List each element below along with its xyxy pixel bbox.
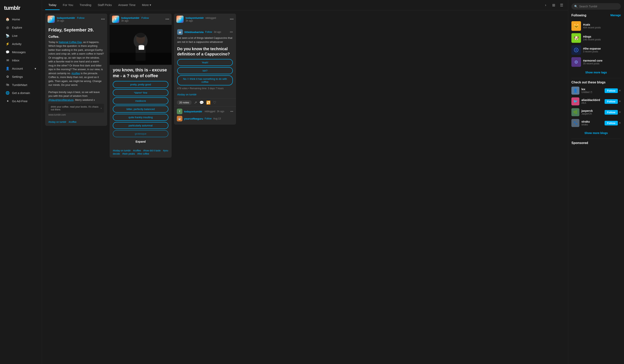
today-tag-3[interactable]: #today on tumblr xyxy=(177,93,231,96)
svg-text:🐦: 🐦 xyxy=(573,99,578,104)
sidebar-item-account[interactable]: 👤 Account ▾ xyxy=(1,65,40,72)
sidebar-item-messages[interactable]: 💬 Messages xyxy=(1,48,40,56)
sidebar-item-domain[interactable]: 🌐 Get a domain xyxy=(1,89,40,97)
blog-actions-jasperck: Follow × xyxy=(605,110,621,115)
expand-icon[interactable]: › xyxy=(542,2,549,8)
expand-button[interactable]: Expand xyxy=(113,138,168,145)
tab-foryou[interactable]: For You xyxy=(60,0,77,10)
reblog-icon[interactable]: 🔁 xyxy=(206,100,210,105)
author-link[interactable]: @daughterofliterature xyxy=(48,98,74,102)
post-meta-2: todayontumblr Follow 3h ago xyxy=(121,16,163,22)
follow-jasperck-button[interactable]: Follow xyxy=(605,110,618,115)
tag-item-cats[interactable]: 🐱 #cats 404 recent posts xyxy=(572,21,621,31)
follow-button-1[interactable]: Follow xyxy=(77,16,85,19)
poll-option-7[interactable]: grotesque xyxy=(113,130,168,137)
poll-option-1[interactable]: pretty, pretty good xyxy=(113,81,168,88)
sidebar-item-home[interactable]: 🏠 Home xyxy=(1,15,40,23)
blog-info-lex: lex Untitled 🗒 xyxy=(581,88,603,94)
tag-coffee-2[interactable]: #coffee xyxy=(133,149,141,152)
sidebar-item-settings[interactable]: ⚙ Settings xyxy=(1,73,40,81)
poll-option-3[interactable]: mediocre xyxy=(113,97,168,104)
sponsored-title: Sponsored xyxy=(572,141,621,145)
third-nested-follow[interactable]: Follow xyxy=(205,117,212,120)
third-nested-avatar: ☕ xyxy=(177,116,182,121)
tab-more[interactable]: More ▾ xyxy=(139,0,155,10)
share-icon[interactable]: ↗ xyxy=(194,100,197,105)
tag-taste[interactable]: #how did it taste xyxy=(143,149,161,152)
tag-item-expanse[interactable]: #the expanse 3 recent posts xyxy=(572,45,621,55)
coffee-tag-link[interactable]: #coffee xyxy=(72,72,80,75)
tag-posts-dogs: 146 recent posts xyxy=(583,38,621,41)
tab-answertime[interactable]: Answer Time xyxy=(115,0,139,10)
nested-follow-1[interactable]: Follow xyxy=(205,31,212,33)
sidebar-item-adfree[interactable]: ✦ Go Ad-Free xyxy=(1,97,40,105)
post-time-2: 3h ago xyxy=(121,19,163,22)
tag-item-armored[interactable]: ⚙ #armored core 35 recent posts xyxy=(572,57,621,67)
tab-trending[interactable]: Trending xyxy=(77,0,95,10)
show-more-tags-link[interactable]: Show more tags xyxy=(572,69,621,76)
like-icon[interactable]: ♡ xyxy=(213,100,216,105)
dismiss-jasperck-button[interactable]: × xyxy=(619,110,621,114)
blog-info-aliasblackbird: aliasblackbird AKA xyxy=(581,98,603,104)
nested-post-1: ☕ littlebluebarista Follow 3d ago ••• I'… xyxy=(177,29,233,44)
poll-option-2[interactable]: *damn* fine xyxy=(113,89,168,96)
poll-option-3-3[interactable]: No / I think it has something to do with… xyxy=(177,75,233,85)
sidebar-item-activity[interactable]: ⚡ Activity xyxy=(1,40,40,48)
third-nested-time: Aug 13 xyxy=(213,117,221,120)
link-preview-1[interactable]: drink your coffee. read your books. It's… xyxy=(48,104,104,113)
dismiss-lex-button[interactable]: × xyxy=(619,89,621,92)
tab-staffpicks[interactable]: Staff Picks xyxy=(94,0,115,10)
follow-lex-button[interactable]: Follow xyxy=(605,88,618,93)
show-more-blogs-link[interactable]: Show more blogs xyxy=(572,130,621,136)
post-body-2: Perhaps brevity says it best, so we will… xyxy=(48,90,104,102)
sidebar-item-inbox[interactable]: ✉ Inbox xyxy=(1,56,40,64)
post-menu-3[interactable]: ••• xyxy=(230,17,234,21)
blog-avatar-aliasblackbird: 🐦 xyxy=(572,97,579,105)
notes-count[interactable]: 20 notes xyxy=(177,100,192,105)
sidebar-item-tumblrmart[interactable]: 🛍 TumblrMart xyxy=(1,81,40,89)
poll-option-6[interactable]: particularly autumnal xyxy=(113,122,168,129)
tag-item-dogs[interactable]: 🐶 #dogs 146 recent posts xyxy=(572,33,621,43)
poll-option-3-1[interactable]: Yeah! xyxy=(177,59,233,66)
post-time-1: 3h ago xyxy=(57,19,99,22)
tag-today-1[interactable]: #today on tumblr xyxy=(48,121,66,123)
nested-menu-1[interactable]: ••• xyxy=(230,30,233,34)
second-nested-username[interactable]: todayontumblr xyxy=(184,110,202,113)
tag-info-cats: #cats 404 recent posts xyxy=(583,23,621,29)
follow-button-2[interactable]: Follow xyxy=(141,16,149,19)
post-username-3[interactable]: todayontumblr xyxy=(186,16,204,19)
post-card-1: T todayontumblr Follow 3h ago ••• Friday… xyxy=(45,14,107,126)
post-username-2[interactable]: todayontumblr xyxy=(121,16,139,19)
tag-twinpeaks[interactable]: #twin peaks xyxy=(122,152,135,155)
post-menu-1[interactable]: ••• xyxy=(101,17,105,21)
national-coffee-day-link[interactable]: National Coffee Day xyxy=(59,41,82,44)
post-username-1[interactable]: todayontumblr xyxy=(57,16,75,19)
dismiss-aliasblackbird-button[interactable]: × xyxy=(619,100,621,103)
search-input[interactable] xyxy=(579,5,618,8)
follow-aliasblackbird-button[interactable]: Follow xyxy=(605,99,618,104)
second-nested-menu[interactable]: ••• xyxy=(230,110,233,113)
search-box[interactable]: 🔍 xyxy=(572,3,621,10)
third-nested-username[interactable]: yourcoffeeguru xyxy=(184,117,203,120)
post-menu-2[interactable]: ••• xyxy=(165,17,169,21)
blog-name-jasperck: jasperck xyxy=(581,109,603,112)
tag-posts-expanse: 3 recent posts xyxy=(583,50,621,53)
tag-thecoffee[interactable]: #the coffee xyxy=(137,152,149,155)
avatar-todayontumblr-2: T xyxy=(112,16,119,23)
dismiss-straku-button[interactable]: × xyxy=(619,121,621,125)
sidebar-item-explore[interactable]: ◎ Explore xyxy=(1,24,40,31)
list-view-icon[interactable]: ☰ xyxy=(558,2,565,8)
tag-today-2[interactable]: #today on tumblr xyxy=(113,149,130,152)
tag-coffee-1[interactable]: #coffee xyxy=(69,121,77,123)
poll-question-3: Do you know the technical definition of … xyxy=(177,46,233,57)
grid-view-icon[interactable]: ⊞ xyxy=(550,2,557,8)
poll-option-3-2[interactable]: Ish? xyxy=(177,67,233,74)
tab-today[interactable]: Today xyxy=(45,0,60,10)
manage-following-button[interactable]: Manage xyxy=(610,14,621,17)
poll-option-5[interactable]: quite frankly insulting xyxy=(113,114,168,121)
follow-straku-button[interactable]: Follow xyxy=(605,121,618,125)
poll-option-4[interactable]: bitter, perfectly balanced xyxy=(113,105,168,113)
nested-username-1[interactable]: littlebluebarista xyxy=(184,31,204,34)
comment-icon[interactable]: 💬 xyxy=(199,100,204,105)
sidebar-item-live[interactable]: 📡 Live xyxy=(1,32,40,40)
